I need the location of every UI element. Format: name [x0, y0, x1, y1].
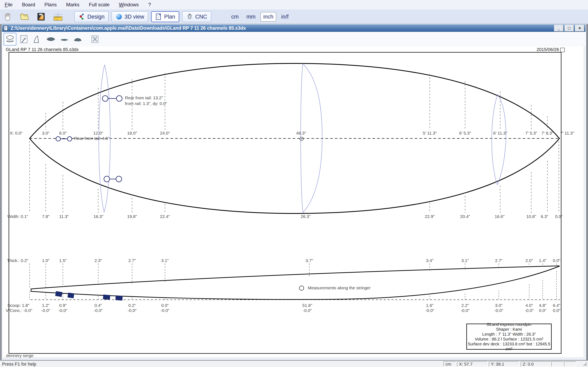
cnc-button[interactable]: CNC [182, 11, 211, 22]
scoop-label: 0.2" [124, 303, 140, 308]
thick-label: 0.0" [548, 258, 565, 263]
width-label: 22.4" [157, 214, 173, 219]
open-folder-icon[interactable] [20, 12, 29, 22]
plan-solid-button[interactable] [45, 33, 57, 45]
plan-button[interactable]: Plan [151, 11, 179, 22]
menu-board[interactable]: Board [17, 2, 40, 8]
3d-view-button-label: 3D view [125, 14, 144, 20]
vconc-label: -0.0" [299, 308, 315, 313]
stringer-measure-label: Measurements along the stringer [308, 285, 371, 290]
board-shaper: Shaper : Kami [467, 327, 551, 332]
cnc-button-label: CNC [195, 14, 207, 20]
board-info-box: GLand express roundpin Shaper : Kami Len… [466, 324, 552, 350]
unit-inch[interactable]: inch [260, 12, 277, 22]
menu-file[interactable]: File [0, 2, 17, 8]
design-button-label: Design [87, 14, 104, 20]
thick-label: 2.7" [124, 258, 140, 263]
rocker-view-button[interactable] [31, 33, 43, 45]
unit-inf[interactable]: in/f [278, 12, 291, 22]
plan-button-label: Plan [164, 14, 175, 20]
scoop-label: 6.4" [548, 303, 565, 308]
measurements-sheet-icon [19, 35, 28, 44]
outline-view-icon [6, 35, 15, 44]
thick-label: 3.1" [457, 258, 473, 263]
document-titlebar[interactable]: Z:\Users\dennery\Library\Containers\com.… [2, 25, 586, 32]
ruler-icon[interactable]: 1 0 [53, 12, 63, 22]
scoop-row-prefix: Scoop: 1.8" [7, 303, 29, 308]
scoop-label: 51.8" [299, 303, 315, 308]
x-label: 3.0" [38, 131, 54, 136]
width-label: 22.9" [422, 214, 438, 219]
width-label: 7.8" [38, 214, 54, 219]
close-button[interactable]: × [575, 25, 584, 31]
unit-mm[interactable]: mm [243, 12, 259, 22]
menu-windows[interactable]: Windows [114, 2, 144, 8]
board-name: GLand express roundpin [467, 322, 551, 327]
menu-marks[interactable]: Marks [61, 2, 84, 8]
menu-plans[interactable]: Plans [40, 2, 61, 8]
thick-label: 3.4" [422, 258, 438, 263]
width-label: 11.3" [56, 214, 72, 219]
vconc-label: -0.0" [491, 308, 507, 313]
thick-label: 2.7" [491, 258, 507, 263]
measurements-sheet-button[interactable] [18, 33, 30, 45]
status-empty-cell [551, 361, 563, 367]
design-icon [78, 13, 85, 20]
pointer-hand-icon[interactable] [3, 12, 13, 22]
x-label: 6' 11.3" [488, 131, 512, 136]
width-label: 16.6" [492, 214, 508, 219]
vconc-label: -0.0" [157, 308, 173, 313]
x-label: 6.0" [55, 131, 71, 136]
resize-grip[interactable] [583, 362, 587, 366]
maximize-button[interactable]: □ [564, 25, 574, 31]
status-help-text: Press F1 for help [2, 361, 36, 367]
graph-button[interactable] [89, 33, 101, 45]
minimize-button[interactable]: _ [554, 25, 563, 31]
fin-annotation-line2: from rail: 1.3", dy: 0.0" [125, 101, 167, 106]
menu-help[interactable]: ? [144, 2, 156, 8]
menu-full-scale[interactable]: Full scale [84, 2, 114, 8]
save-icon[interactable] [36, 12, 46, 22]
thick-row-prefix: Thick.: 0.2" [7, 258, 28, 263]
design-button[interactable]: Design [74, 11, 109, 22]
plan-solid-icon [46, 34, 56, 44]
vconc-label: -0.0" [457, 308, 473, 313]
thick-label: 1.0" [38, 258, 54, 263]
thick-label: 1.5" [55, 258, 71, 263]
window-controls: _ □ × [553, 25, 584, 31]
author-name: dennery serge [6, 353, 34, 358]
application-window: File Board Plans Marks Full scale Window… [0, 0, 588, 367]
thick-label: 3.7" [301, 258, 318, 263]
outline-view-button[interactable] [4, 33, 16, 45]
menu-bar: File Board Plans Marks Full scale Window… [0, 0, 588, 9]
cnc-bit-icon [186, 13, 193, 20]
vconc-label: -0.0" [55, 308, 71, 313]
fin-annotation-line1: Rear from tail: 13.2" [125, 95, 163, 100]
deck-solid-button[interactable] [72, 33, 84, 45]
thick-label: 3.1" [157, 258, 173, 263]
vconc-label: -0.0" [422, 308, 438, 313]
scoop-label: 3.0" [491, 303, 507, 308]
board-volume-surface: Volume : 86.2 l Surface : 12321.5 cm² [467, 337, 551, 342]
vconc-label: -0.0" [124, 308, 140, 313]
3d-view-button[interactable]: 3D view [112, 11, 148, 22]
scoop-label: 0.9" [55, 303, 71, 308]
board-dimensions: Length : 7' 11.3" Width : 26.3" [467, 332, 551, 337]
vconc-label: 0.0" [548, 308, 565, 313]
status-empty-cell [564, 361, 576, 367]
vconc-label: -0.0" [90, 308, 106, 313]
unit-cm[interactable]: cm [228, 12, 242, 22]
x-label: 12.0" [90, 131, 106, 136]
stringer-marker-annotation: Rear from tail: 4.6" [74, 136, 109, 141]
x-row-prefix: X: 0.0" [10, 131, 22, 136]
width-label: 6.3" [536, 214, 553, 219]
main-toolbar: 1 0 Design 3D view [0, 9, 588, 25]
scoop-label: 0.0" [157, 303, 173, 308]
x-label: 6' 5.3" [453, 131, 477, 136]
canvas-file-label: GLand RP 7 11 26 channels 85.s3dx [6, 47, 79, 52]
width-label: 19.8" [124, 214, 140, 219]
board-dev-surfaces: Surface dev deck : 13233.8 cm² bot : 129… [467, 342, 551, 351]
width-label: 0.0" [551, 214, 567, 219]
document-icon [3, 25, 9, 31]
bottom-solid-button[interactable] [58, 33, 70, 45]
